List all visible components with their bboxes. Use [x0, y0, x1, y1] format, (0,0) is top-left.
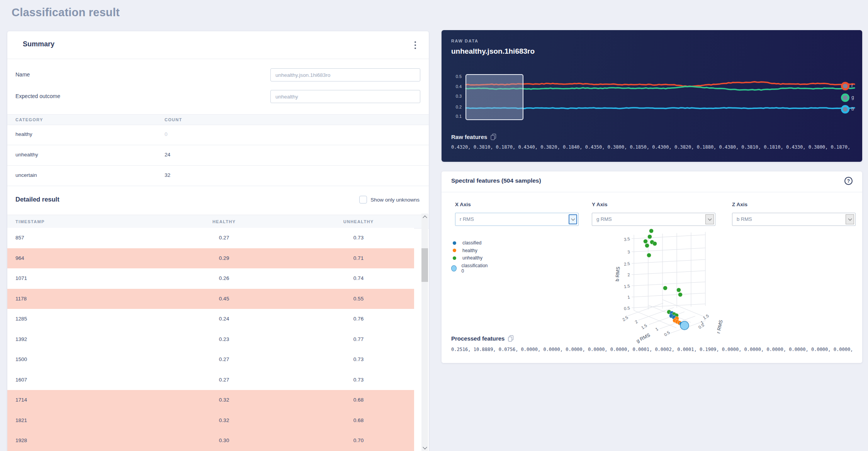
z-axis-label: Z Axis — [732, 202, 856, 207]
table-row[interactable]: 18210.320.68 — [7, 410, 414, 432]
detailed-result-title: Detailed result — [15, 196, 59, 203]
y-axis-group: Y Axis g RMS — [592, 202, 715, 226]
table-row[interactable]: 9640.290.71 — [7, 248, 414, 270]
svg-text:1.5: 1.5 — [702, 313, 710, 320]
svg-text:1: 1 — [654, 327, 659, 332]
show-only-unknowns-control[interactable]: Show only unknowns — [359, 196, 420, 203]
svg-text:0.5: 0.5 — [623, 305, 630, 311]
scatter-point[interactable] — [647, 253, 651, 258]
table-row[interactable]: 8570.270.73 — [7, 228, 414, 249]
legend-label: classified — [462, 240, 481, 246]
kebab-menu-icon[interactable] — [413, 41, 418, 49]
y-axis-label: Y Axis — [592, 202, 715, 207]
count-column-header: COUNT — [165, 117, 182, 122]
scatter-point[interactable] — [648, 235, 652, 239]
table-scrollbar[interactable] — [421, 214, 428, 451]
processed-features-header: Processed features — [451, 335, 514, 342]
unhealthy-column-header: UNHEALTHY — [338, 219, 379, 224]
scatter-point[interactable] — [678, 293, 683, 297]
scatter-point[interactable] — [645, 244, 649, 248]
spectral-features-card: Spectral features (504 samples) ? X Axis… — [442, 171, 862, 363]
y-axis-selected-value: g RMS — [596, 216, 612, 222]
scatter-point[interactable] — [649, 229, 654, 233]
scatter-point[interactable] — [653, 242, 657, 246]
chevron-down-icon[interactable] — [569, 214, 577, 224]
legend-dot-icon — [453, 256, 456, 260]
name-label: Name — [15, 71, 30, 78]
category-table-header: CATEGORY COUNT — [7, 114, 429, 125]
x-axis-label: X Axis — [455, 202, 579, 207]
copy-icon[interactable] — [491, 134, 496, 140]
svg-text:1.5: 1.5 — [640, 323, 648, 330]
y-tick-label: 0.4 — [447, 84, 462, 89]
legend-item[interactable]: unhealthy — [451, 255, 482, 261]
legend-item[interactable]: classification 0 — [451, 263, 488, 274]
scatter-3d-plot[interactable]: 3.532.521.510.5b RMS2.521.510.5g RMS1.51… — [608, 229, 742, 344]
table-row[interactable]: 15000.270.73 — [7, 349, 414, 370]
name-input[interactable] — [270, 68, 420, 81]
legend-label: classification 0 — [461, 263, 488, 274]
summary-card: Summary Name Expected outcome CATEGORY C… — [7, 31, 429, 451]
spectral-features-title: Spectral features (504 samples) — [451, 177, 541, 184]
legend-item[interactable]: healthy — [451, 248, 477, 253]
series-marker-label: r — [851, 83, 853, 88]
show-only-unknowns-checkbox[interactable] — [359, 196, 367, 203]
summary-title: Summary — [23, 40, 54, 48]
y-tick-label: 0.1 — [447, 114, 462, 119]
table-row[interactable]: 10710.260.74 — [7, 268, 414, 289]
z-axis-selected-value: b RMS — [737, 216, 752, 222]
table-row[interactable]: 13920.230.77 — [7, 329, 414, 350]
expected-outcome-input[interactable] — [270, 90, 420, 103]
series-marker-b[interactable] — [841, 105, 849, 114]
svg-text:g RMS: g RMS — [635, 332, 651, 344]
timestamp-column-header: TIMESTAMP — [15, 219, 45, 224]
y-tick-label: 0.2 — [447, 105, 462, 109]
legend-dot-icon — [453, 241, 456, 245]
svg-text:3.5: 3.5 — [623, 236, 630, 242]
chevron-down-icon[interactable] — [705, 214, 714, 224]
name-field-row: Name — [7, 68, 429, 81]
raw-features-label: Raw features — [451, 134, 487, 140]
svg-text:3: 3 — [627, 249, 630, 254]
scroll-down-icon[interactable] — [421, 444, 428, 451]
summary-card-header: Summary — [7, 31, 429, 59]
legend-item[interactable]: classified — [451, 240, 481, 246]
series-marker-r[interactable] — [841, 82, 849, 90]
scroll-up-icon[interactable] — [421, 214, 428, 220]
scatter-point[interactable] — [677, 288, 681, 292]
category-row: unhealthy24 — [7, 145, 429, 166]
expected-outcome-field-row: Expected outcome — [7, 90, 429, 103]
category-column-header: CATEGORY — [15, 117, 43, 122]
x-axis-group: X Axis r RMS — [455, 202, 579, 226]
scatter-point[interactable] — [680, 321, 689, 330]
category-row: healthy0 — [7, 124, 429, 145]
chart-brush-selection[interactable] — [465, 74, 523, 120]
legend-label: unhealthy — [462, 255, 482, 261]
table-row[interactable]: 17140.320.68 — [7, 390, 414, 411]
series-marker-label: g — [851, 95, 854, 100]
scatter-point[interactable] — [663, 286, 668, 290]
show-only-unknowns-label: Show only unknowns — [370, 197, 420, 203]
category-row: uncertain32 — [7, 165, 429, 186]
y-tick-label: 0.3 — [447, 94, 462, 98]
z-axis-select[interactable]: b RMS — [732, 213, 856, 226]
series-marker-g[interactable] — [841, 93, 849, 102]
svg-text:1: 1 — [627, 295, 630, 300]
scatter-point[interactable] — [644, 239, 648, 244]
series-marker-label: b — [851, 106, 854, 112]
table-row[interactable]: 12850.240.76 — [7, 309, 414, 330]
y-axis-select[interactable]: g RMS — [592, 213, 715, 226]
svg-text:2: 2 — [634, 319, 639, 324]
legend-label: healthy — [462, 248, 477, 253]
table-row[interactable]: 11780.450.55 — [7, 289, 414, 310]
table-row[interactable]: 19280.300.70 — [7, 431, 414, 451]
y-tick-label: 0.5 — [447, 74, 462, 79]
scrollbar-thumb[interactable] — [421, 248, 428, 282]
copy-icon[interactable] — [508, 335, 514, 342]
table-row[interactable]: 16070.270.73 — [7, 370, 414, 391]
chevron-down-icon[interactable] — [846, 214, 854, 224]
help-icon[interactable]: ? — [844, 177, 853, 185]
result-table-header: TIMESTAMP HEALTHY UNHEALTHY — [7, 215, 429, 229]
svg-text:0.5: 0.5 — [663, 330, 671, 337]
x-axis-select[interactable]: r RMS — [455, 213, 579, 226]
